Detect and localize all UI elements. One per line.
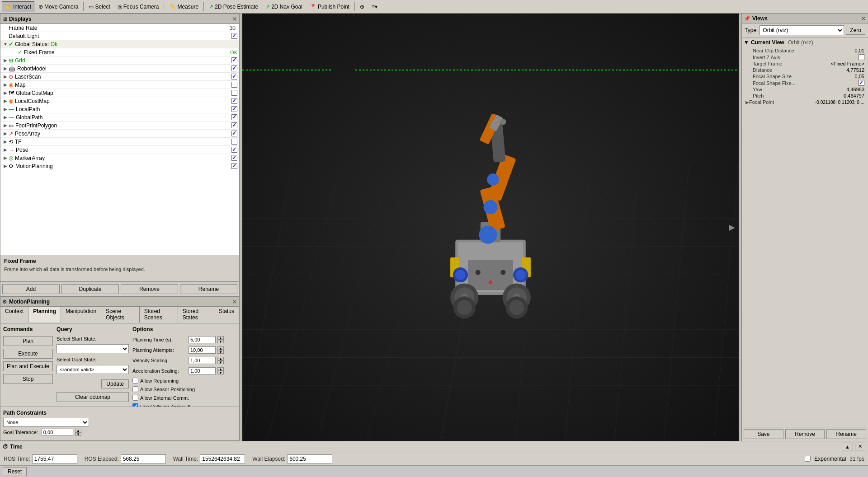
use-collision-checkbox[interactable] — [132, 403, 138, 407]
publish-point-label: Publish Point — [318, 4, 349, 10]
goal-state-select[interactable]: <random valid> — [57, 365, 129, 374]
menu-button[interactable]: ≡▾ — [368, 1, 381, 12]
start-state-select[interactable] — [57, 344, 129, 353]
views-close-button[interactable]: ✕ — [861, 15, 866, 22]
footprint-checkbox[interactable] — [231, 122, 237, 128]
query-column: Query Select Start State: Select Goal St… — [57, 326, 129, 404]
plan-execute-button[interactable]: Plan and Execute — [3, 361, 53, 371]
mp-header-icon: ⚙ — [2, 299, 7, 305]
pose-checkbox[interactable] — [231, 147, 237, 153]
displays-close-button[interactable]: ✕ — [232, 15, 237, 23]
velocity-scaling-input[interactable] — [189, 357, 216, 364]
focus-camera-label: Focus Camera — [123, 4, 159, 10]
map-checkbox[interactable] — [231, 82, 237, 88]
stop-button[interactable]: Stop — [3, 374, 53, 384]
reset-button[interactable]: Reset — [3, 467, 27, 476]
display-item-fixedframe: ✓ Fixed Frame OK — [0, 48, 239, 56]
mp-close-button[interactable]: ✕ — [232, 298, 237, 305]
clear-octomap-button[interactable]: Clear octomap — [57, 392, 129, 402]
save-view-button[interactable]: Save — [744, 429, 783, 439]
experimental-label: Experimental — [814, 456, 846, 462]
globalpath-checkbox[interactable] — [231, 114, 237, 120]
toolbar-separator-3 — [203, 2, 204, 11]
allow-external-checkbox[interactable] — [132, 395, 138, 401]
grid-checkbox[interactable] — [231, 57, 237, 63]
pose-estimate-button[interactable]: ↗ 2D Pose Estimate — [206, 1, 261, 12]
remove-button[interactable]: Remove — [121, 284, 178, 294]
plan-button[interactable]: Plan — [3, 336, 53, 346]
svg-point-25 — [500, 270, 505, 275]
tab-manipulation[interactable]: Manipulation — [61, 307, 101, 323]
planning-time-label: Planning Time (s): — [132, 337, 187, 342]
accel-scaling-down[interactable]: ▼ — [217, 371, 224, 374]
svg-point-48 — [487, 173, 499, 186]
measure-button[interactable]: 📏 Measure — [166, 1, 202, 12]
allow-replanning-checkbox[interactable] — [132, 378, 138, 383]
focal-point-expander[interactable]: ▶ — [745, 100, 749, 105]
robotmodel-checkbox[interactable] — [231, 65, 237, 71]
laserscan-checkbox[interactable] — [231, 74, 237, 80]
update-button[interactable]: Update — [101, 379, 129, 388]
tolerance-down[interactable]: ▼ — [75, 432, 81, 436]
views-buttons: Save Remove Rename — [742, 427, 868, 441]
velocity-scaling-down[interactable]: ▼ — [217, 360, 224, 364]
time-close-button[interactable]: ✕ — [855, 443, 865, 450]
localcostmap-checkbox[interactable] — [231, 98, 237, 104]
experimental-checkbox[interactable] — [805, 456, 811, 462]
focal-shape-fixed-checkbox[interactable] — [859, 80, 864, 86]
constraints-select[interactable]: None — [3, 418, 89, 427]
svg-point-52 — [516, 270, 526, 280]
tab-scene-objects[interactable]: Scene Objects — [101, 307, 140, 323]
select-button[interactable]: ▭ Select — [85, 1, 113, 12]
toolbar: ✋ Interact ⊕ Move Camera ▭ Select ◎ Focu… — [0, 0, 868, 14]
add-button[interactable]: Add — [2, 284, 60, 294]
execute-button[interactable]: Execute — [3, 349, 53, 359]
current-view-header[interactable]: ▼ Current View Orbit (rviz) — [744, 39, 866, 46]
tab-stored-scenes[interactable]: Stored Scenes — [140, 307, 178, 323]
planning-time-input[interactable] — [189, 336, 216, 343]
views-type-select[interactable]: Orbit (rviz) — [760, 25, 844, 35]
rename-button[interactable]: Rename — [180, 284, 237, 294]
nav-goal-button[interactable]: ↗ 2D Nav Goal — [262, 1, 306, 12]
tab-planning[interactable]: Planning — [28, 307, 61, 323]
markerarray-checkbox[interactable] — [231, 155, 237, 161]
publish-point-button[interactable]: 📍 Publish Point — [307, 1, 353, 12]
laser-icon: ⊙ — [9, 74, 13, 80]
planning-attempts-input[interactable] — [189, 346, 216, 354]
svg-line-12 — [267, 163, 342, 441]
tab-context[interactable]: Context — [0, 307, 28, 323]
checkmark-icon: ✓ — [9, 41, 13, 47]
invert-z-checkbox[interactable] — [859, 54, 864, 60]
move-camera-button[interactable]: ⊕ Move Camera — [35, 1, 81, 12]
goal-tolerance-input[interactable] — [42, 429, 73, 436]
allow-sensor-checkbox[interactable] — [132, 386, 138, 392]
views-title: Views — [752, 15, 768, 22]
localpath-checkbox[interactable] — [231, 106, 237, 112]
interact-button[interactable]: ✋ Interact — [2, 1, 34, 12]
main-content: 🖥 Displays ✕ Frame Rate 30 Default Light — [0, 14, 868, 441]
display-item-laserscan: ▶ ⊙ LaserScan — [0, 73, 239, 81]
goal-tolerance-label: Goal Tolerance: — [3, 430, 38, 435]
motionplanning-checkbox[interactable] — [231, 163, 237, 169]
focus-camera-button[interactable]: ◎ Focus Camera — [114, 1, 162, 12]
duplicate-button[interactable]: Duplicate — [61, 284, 119, 294]
rename-view-button[interactable]: Rename — [826, 429, 866, 439]
tab-stored-states[interactable]: Stored States — [178, 307, 214, 323]
default-light-checkbox[interactable] — [231, 33, 237, 39]
viewport-3d[interactable]: ▶ — [242, 14, 739, 441]
posearray-checkbox[interactable] — [231, 131, 237, 136]
acceleration-scaling-input[interactable] — [189, 367, 216, 374]
current-view-label: Current View — [751, 39, 784, 46]
tf-checkbox[interactable] — [231, 139, 237, 145]
extra-button[interactable]: ⊕ — [357, 1, 368, 12]
viewport-expand-arrow[interactable]: ▶ — [729, 222, 735, 232]
tab-status[interactable]: Status — [214, 307, 239, 323]
status-bar: ROS Time: 1755.47 ROS Elapsed: 568.25 Wa… — [0, 452, 868, 465]
planning-attempts-down[interactable]: ▼ — [217, 350, 224, 354]
planning-time-down[interactable]: ▼ — [217, 340, 224, 343]
zero-button[interactable]: Zero — [846, 26, 865, 35]
time-expand-button[interactable]: ▲ — [842, 443, 853, 450]
remove-view-button[interactable]: Remove — [785, 429, 825, 439]
current-view-arrow: ▼ — [744, 39, 749, 46]
globalcostmap-checkbox[interactable] — [231, 90, 237, 96]
